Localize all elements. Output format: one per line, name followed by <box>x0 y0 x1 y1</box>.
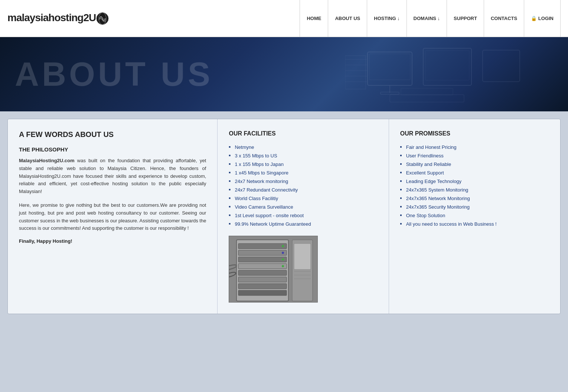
promises-heading: OUR PROMISSES <box>400 130 549 137</box>
svg-rect-7 <box>423 48 471 85</box>
svg-rect-21 <box>238 250 287 255</box>
list-item: 24x7 Network monitoring <box>229 177 377 186</box>
list-item: 24x7x365 Network Monitoring <box>400 194 549 203</box>
svg-rect-26 <box>238 284 287 289</box>
list-item: 24x7x365 Security Monitoring <box>400 203 549 211</box>
list-item: 1 x 155 Mbps to Japan <box>229 160 377 169</box>
para1: MalaysiaHosting2U.com was built on the f… <box>19 157 206 196</box>
list-item: 1 x45 Mbps to Singapore <box>229 169 377 177</box>
list-item: All you need to success in Web Business … <box>400 220 549 228</box>
nav-about[interactable]: ABOUT US <box>328 0 367 37</box>
svg-rect-17 <box>401 88 453 95</box>
nav-contacts[interactable]: CONTACTS <box>484 0 524 37</box>
svg-rect-16 <box>390 95 464 102</box>
brand-name: MalaysiaHosting2U.com <box>19 158 75 163</box>
col-about: A FEW WORDS ABOUT US THE PHILOSOPHY Mala… <box>8 119 218 314</box>
list-item: Netmyne <box>229 143 377 151</box>
main-content: A FEW WORDS ABOUT US THE PHILOSOPHY Mala… <box>0 111 568 321</box>
list-item: Excellent Support <box>400 169 549 177</box>
logo-icon <box>96 12 109 25</box>
nav-support[interactable]: SUPPORT <box>447 0 484 37</box>
svg-rect-8 <box>425 50 469 80</box>
svg-rect-23 <box>238 264 287 269</box>
svg-point-31 <box>282 265 284 267</box>
footer-note: Finally, Happy Hosting! <box>19 238 206 244</box>
nav-hosting[interactable]: HOSTING ↓ <box>367 0 407 37</box>
hero-decoration <box>345 45 531 104</box>
svg-rect-33 <box>294 244 311 270</box>
col-facilities: OUR FACILITIES Netmyne 3 x 155 Mbps to U… <box>218 119 389 314</box>
header: malaysiahosting2U HOME ABOUT US HOSTING … <box>0 0 568 37</box>
svg-point-29 <box>282 252 284 254</box>
svg-rect-24 <box>238 270 287 275</box>
nav-login[interactable]: 🔒 LOGIN <box>524 0 561 37</box>
svg-point-30 <box>282 258 284 261</box>
nav: HOME ABOUT US HOSTING ↓ DOMAINS ↓ SUPPOR… <box>109 0 561 37</box>
server-svg <box>229 236 318 303</box>
svg-rect-9 <box>483 50 520 82</box>
list-item: Stability and Reliable <box>400 160 549 169</box>
svg-rect-15 <box>345 56 366 89</box>
hero-title: ABOUT US <box>0 55 213 94</box>
svg-rect-22 <box>238 257 287 262</box>
svg-rect-20 <box>238 244 287 249</box>
list-item: 3 x 155 Mbps to US <box>229 151 377 160</box>
server-image <box>229 236 318 303</box>
col-promises: OUR PROMISSES Fair and Honest Pricing Us… <box>389 119 560 314</box>
list-item: World Class Facilitiy <box>229 194 377 203</box>
facilities-list: Netmyne 3 x 155 Mbps to US 1 x 155 Mbps … <box>229 143 377 228</box>
list-item: User Friendliness <box>400 151 549 160</box>
nav-domains[interactable]: DOMAINS ↓ <box>407 0 447 37</box>
svg-rect-25 <box>238 277 287 282</box>
list-item: 1st Level support - onsite reboot <box>229 211 377 220</box>
list-item: One Stop Solution <box>400 211 549 220</box>
promises-list: Fair and Honest Pricing User Friendlines… <box>400 143 549 228</box>
content-box: A FEW WORDS ABOUT US THE PHILOSOPHY Mala… <box>7 119 561 314</box>
hero-banner: ABOUT US <box>0 37 568 111</box>
list-item: 24x7 Redundant Connectivity <box>229 186 377 194</box>
logo-area: malaysiahosting2U <box>7 12 109 25</box>
list-item: Video Camera Surveillance <box>229 203 377 211</box>
svg-rect-3 <box>368 52 412 85</box>
philosophy-heading: THE PHILOSOPHY <box>19 146 206 153</box>
logo-text: malaysiahosting2U <box>7 12 109 23</box>
facilities-heading: OUR FACILITIES <box>229 130 377 137</box>
svg-rect-4 <box>369 54 410 80</box>
list-item: 99.9% Network Uptime Guaranteed <box>229 220 377 228</box>
about-heading: A FEW WORDS ABOUT US <box>19 130 206 139</box>
list-item: 24x7x365 System Monitoring <box>400 186 549 194</box>
svg-point-28 <box>282 245 284 247</box>
para2: Here, we promise to give nothing but the… <box>19 202 206 232</box>
list-item: Leading Edge Technology <box>400 177 549 186</box>
svg-rect-27 <box>238 290 287 295</box>
list-item: Fair and Honest Pricing <box>400 143 549 151</box>
nav-home[interactable]: HOME <box>300 0 328 37</box>
